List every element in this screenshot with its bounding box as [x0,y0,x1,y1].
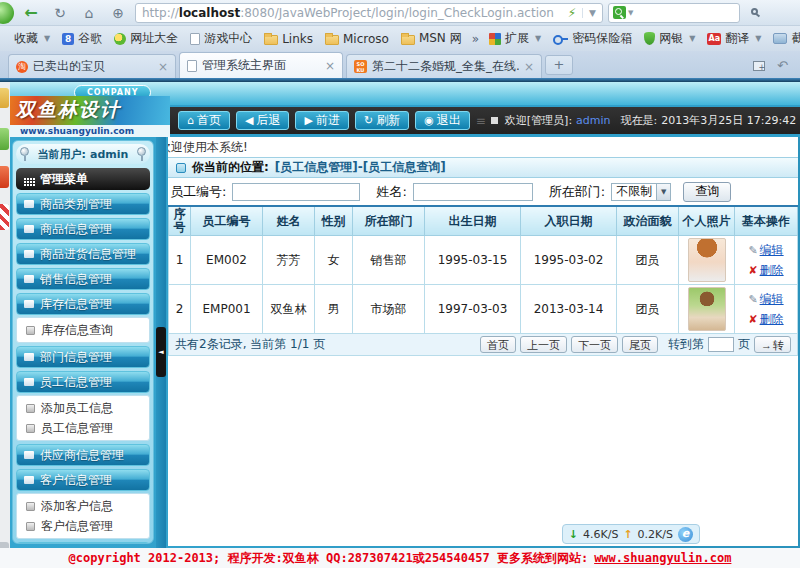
collapse-handle[interactable]: ◄ [156,327,166,377]
menu-block-icon [24,476,34,484]
address-bar[interactable]: http://localhost:8080/JavaWebProject/log… [135,3,603,23]
dropdown-arrow-icon: ▼ [755,34,761,43]
go-label: 转 [773,339,784,351]
sidebar-menu: 商品类别管理商品信息管理商品进货信息管理销售信息管理库存信息管理库存信息查询部门… [16,193,150,544]
home-icon[interactable]: ⌂ [77,5,101,21]
go-button[interactable]: →转 [754,336,791,353]
bookmark-tool-label: 翻译 [725,30,749,47]
browser-logo-icon[interactable] [0,2,14,24]
nav-back-button[interactable]: ◀后退 [236,111,289,130]
sidebar-subitem[interactable]: 添加客户信息 [17,496,149,516]
nav-forward-button[interactable]: ▶前进 [295,111,348,130]
sidebar-subitem[interactable]: 库存信息查询 [17,320,149,340]
edit-link[interactable]: ✎编辑 [748,242,783,259]
page-nav-button[interactable]: 上一页 [520,336,567,353]
back-icon[interactable]: ← [19,3,43,22]
current-user-label: 当前用户: [38,147,86,162]
sidebar-item[interactable]: 员工信息管理 [16,371,150,393]
bookmark-item[interactable]: 游戏中心 [184,28,258,49]
emp-no-input[interactable] [232,183,360,201]
tab-close-icon[interactable]: × [325,59,335,73]
bookmark-tool-item[interactable]: 截图▼ [767,28,800,49]
dept-select[interactable]: 不限制 ▼ [611,183,671,201]
shield-icon [644,32,655,45]
site-logo[interactable]: 双鱼林设计 www.shuangyulin.com [10,96,170,137]
sidebar-subitem[interactable]: 客户信息管理 [17,516,149,536]
delete-link[interactable]: ✘删除 [748,311,783,328]
cell-dept: 市场部 [353,285,425,334]
sidebar-item[interactable]: 商品类别管理 [16,193,150,215]
restore-tab-icon[interactable] [753,61,765,71]
sidebar-item[interactable]: 系统管理 [16,542,150,544]
search-engine-dropdown-icon[interactable]: ▼ [628,9,633,17]
select-arrow-icon[interactable]: ▼ [656,184,670,200]
employee-photo[interactable] [688,287,726,331]
folder-icon [401,35,415,45]
search-icon[interactable] [751,8,758,15]
sidebar-item[interactable]: 销售信息管理 [16,268,150,290]
welcome-username[interactable]: admin [576,114,610,127]
browser-tab[interactable]: 淘已卖出的宝贝× [8,54,176,78]
bookmark-tool-item[interactable]: 扩展▼ [483,28,547,49]
page-nav-button[interactable]: 首页 [480,336,516,353]
sidebar-subitem[interactable]: 员工信息管理 [17,418,149,438]
favorites-menu[interactable]: 收藏 ▼ [8,28,56,49]
breadcrumb-path: [员工信息管理]-[员工信息查询] [275,159,446,176]
page-nav-button[interactable]: 下一页 [571,336,618,353]
browser-tab[interactable]: 管理系统主界面× [179,52,343,78]
menu-title-label: 管理菜单 [40,171,88,188]
bookmark-tool-item[interactable]: Aa翻译▼ [701,28,767,49]
sidebar-subitem[interactable]: 添加员工信息 [17,398,149,418]
bookmark-item[interactable]: 网址大全 [108,28,184,49]
exit-icon: ◉ [424,114,434,127]
refresh-icon[interactable]: ↻ [48,5,72,21]
tab-close-icon[interactable]: × [524,60,534,74]
bookmark-item[interactable]: MSN 网 [395,28,468,49]
sidebar-item[interactable]: 商品信息管理 [16,218,150,240]
column-header: 所在部门 [353,206,425,236]
browser-search-box[interactable]: ▼ [608,3,740,23]
browser-tab[interactable]: SO KU第二十二条婚规_全集_在线...× [346,54,542,78]
bookmark-item[interactable]: 8谷歌 [56,28,108,49]
go-arrow-icon: → [761,339,772,351]
nav-home-button[interactable]: ⌂首页 [178,111,230,130]
cell-gender: 女 [315,236,353,285]
sidebar-item[interactable]: 库存信息管理 [16,293,150,315]
record-summary: 共有2条记录, 当前第 1/1 页 [175,336,325,353]
sidebar-subitem-label: 库存信息查询 [41,322,113,339]
cell-emp_no: EMP001 [191,285,263,334]
sidebar-item[interactable]: 部门信息管理 [16,346,150,368]
bookmark-tool-item[interactable]: 密码保险箱 [547,28,638,49]
name-input[interactable] [413,183,533,201]
tab-close-icon[interactable]: × [158,60,168,74]
lightning-icon[interactable]: ⚡ [568,6,576,20]
sidebar-divider: ◄ [156,137,166,548]
goto-page-input[interactable] [708,337,734,352]
edit-link[interactable]: ✎编辑 [748,291,783,308]
delete-link[interactable]: ✘删除 [748,262,783,279]
chevron-down-icon[interactable]: ▼ [582,8,596,18]
sidebar-item-label: 销售信息管理 [40,271,112,288]
bookmark-item[interactable]: Links [258,30,319,48]
sidebar-item[interactable]: 客户信息管理 [16,469,150,491]
ie-icon[interactable]: e [678,527,693,542]
sidebar-item[interactable]: 商品进货信息管理 [16,243,150,265]
nav-refresh-button[interactable]: ↻刷新 [355,111,409,130]
page-nav-button[interactable]: 尾页 [622,336,658,353]
footer-site-link[interactable]: www.shuangyulin.com [594,551,731,565]
desktop-icons-strip [0,82,10,548]
bookmarks-overflow[interactable]: » [468,32,483,46]
new-tab-button[interactable]: + [545,55,573,75]
bookmark-tool-label: 截图 [791,30,800,47]
desktop-icon-partial [0,128,9,150]
nav-exit-button[interactable]: ◉退出 [415,111,470,130]
cell-photo [679,236,735,285]
bookmark-item[interactable]: Microso [319,30,395,48]
search-engine-icon[interactable] [613,6,626,19]
search-button[interactable]: 查询 [683,182,731,202]
bookmark-tool-item[interactable]: 网银▼ [638,28,701,49]
sidebar-item[interactable]: 供应商信息管理 [16,444,150,466]
site-safety-icon[interactable]: ⊕ [106,5,130,21]
employee-photo[interactable] [688,238,726,282]
undo-close-icon[interactable]: ↶ [777,58,788,73]
